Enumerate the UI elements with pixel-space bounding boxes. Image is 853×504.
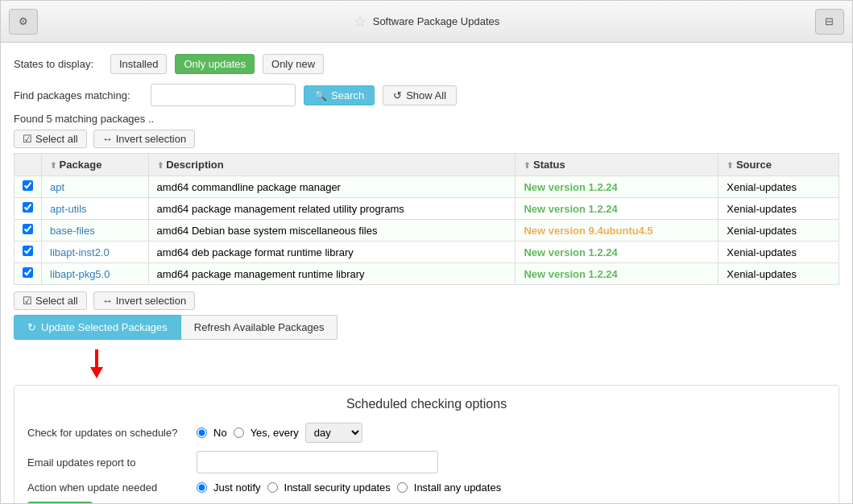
table-row: apt amd64 commandline package manager Ne… xyxy=(14,176,839,198)
col-package[interactable]: ⬆ Package xyxy=(42,154,149,176)
row-checkbox-cell xyxy=(14,242,42,263)
gear-button[interactable]: ⚙ xyxy=(9,9,38,35)
row-checkbox[interactable] xyxy=(23,246,33,256)
package-link[interactable]: apt xyxy=(50,181,64,193)
row-status: New version 1.2.24 xyxy=(516,242,718,263)
col-source[interactable]: ⬆ Source xyxy=(718,154,839,176)
package-link[interactable]: base-files xyxy=(50,225,95,237)
row-checkbox-cell xyxy=(14,263,42,285)
action-security-radio[interactable] xyxy=(267,482,278,493)
arrow-indicator xyxy=(14,349,839,378)
refresh-icon: ↻ xyxy=(27,321,36,333)
row-description: amd64 Debian base system miscellaneous f… xyxy=(148,220,516,242)
row-source: Xenial-updates xyxy=(718,176,839,198)
invert-icon-bottom: ↔ xyxy=(102,295,113,307)
row-status: New version 1.2.24 xyxy=(516,263,718,285)
row-source: Xenial-updates xyxy=(718,242,839,263)
action-notify-label: Just notify xyxy=(213,481,261,494)
action-any-label: Install any updates xyxy=(414,481,501,494)
package-link[interactable]: apt-utils xyxy=(50,203,87,215)
find-label: Find packages matching: xyxy=(14,89,143,101)
invert-icon-top: ↔ xyxy=(102,133,113,145)
reset-icon: ↺ xyxy=(393,89,402,101)
page-title: Software Package Updates xyxy=(373,15,500,27)
sort-icon-source: ⬆ xyxy=(727,161,733,170)
row-status: New version 1.2.24 xyxy=(516,198,718,220)
schedule-no-radio[interactable] xyxy=(197,428,207,438)
row-package: libapt-pkg5.0 xyxy=(42,263,149,285)
only-updates-button[interactable]: Only updates xyxy=(175,54,255,74)
invert-selection-button-bottom[interactable]: ↔ Invert selection xyxy=(93,291,195,310)
actions-row: ↻ Update Selected Packages Refresh Avail… xyxy=(14,315,839,340)
row-checkbox-cell xyxy=(14,176,42,198)
row-package: apt xyxy=(42,176,149,198)
check-schedule-label: Check for updates on schedule? xyxy=(27,427,188,439)
found-text: Found 5 matching packages .. xyxy=(14,113,839,125)
packages-table: ⬆ Package ⬆ Description ⬆ Status ⬆ Sourc… xyxy=(14,153,839,285)
save-button[interactable]: ✓ Save xyxy=(27,502,93,503)
scheduled-section: Scheduled checking options Check for upd… xyxy=(14,385,839,503)
sort-icon-description: ⬆ xyxy=(157,161,164,170)
row-checkbox-cell xyxy=(14,198,42,220)
sort-icon-status: ⬆ xyxy=(524,161,530,170)
filter-icon: ⊟ xyxy=(825,15,834,27)
action-security-label: Install security updates xyxy=(284,481,391,494)
select-all-button-bottom[interactable]: ☑ Select all xyxy=(14,291,87,310)
row-status: New version 1.2.24 xyxy=(516,176,718,198)
row-package: base-files xyxy=(42,220,149,242)
email-label: Email updates report to xyxy=(27,456,188,469)
installed-button[interactable]: Installed xyxy=(110,54,167,74)
states-label: States to display: xyxy=(14,58,102,70)
email-input[interactable] xyxy=(197,451,438,473)
schedule-no-label: No xyxy=(213,427,227,439)
row-description: amd64 commandline package manager xyxy=(148,176,516,198)
star-icon[interactable]: ☆ xyxy=(354,13,366,31)
scheduled-title: Scheduled checking options xyxy=(27,397,826,411)
filter-button[interactable]: ⊟ xyxy=(815,9,844,35)
checkbox-icon-bottom: ☑ xyxy=(23,295,32,307)
row-status: New version 9.4ubuntu4.5 xyxy=(516,220,718,242)
refresh-packages-button[interactable]: Refresh Available Packages xyxy=(181,315,338,340)
checkbox-icon-top: ☑ xyxy=(23,133,32,145)
row-checkbox[interactable] xyxy=(23,224,33,234)
row-description: amd64 package management runtime library xyxy=(148,263,516,285)
select-all-button-top[interactable]: ☑ Select all xyxy=(14,130,87,148)
schedule-yes-radio[interactable] xyxy=(234,428,244,438)
package-link[interactable]: libapt-inst2.0 xyxy=(50,246,110,258)
update-selected-button[interactable]: ↻ Update Selected Packages xyxy=(14,315,181,340)
schedule-interval-select[interactable]: day week month xyxy=(305,423,362,443)
row-checkbox[interactable] xyxy=(23,202,33,213)
col-checkbox xyxy=(14,154,42,176)
search-button[interactable]: 🔍 Search xyxy=(304,85,375,105)
action-any-radio[interactable] xyxy=(397,482,408,493)
row-source: Xenial-updates xyxy=(718,220,839,242)
invert-selection-button-top[interactable]: ↔ Invert selection xyxy=(93,130,195,148)
row-description: amd64 deb package format runtime library xyxy=(148,242,516,263)
col-description[interactable]: ⬆ Description xyxy=(148,154,516,176)
table-row: libapt-inst2.0 amd64 deb package format … xyxy=(14,242,839,263)
row-package: libapt-inst2.0 xyxy=(42,242,149,263)
only-new-button[interactable]: Only new xyxy=(263,54,324,74)
row-package: apt-utils xyxy=(42,198,149,220)
action-radio-group: Just notify Install security updates Ins… xyxy=(197,481,501,494)
show-all-button[interactable]: ↺ Show All xyxy=(383,85,457,105)
sort-icon-package: ⬆ xyxy=(50,161,56,170)
row-checkbox-cell xyxy=(14,220,42,242)
search-input[interactable] xyxy=(151,84,296,106)
table-row: base-files amd64 Debian base system misc… xyxy=(14,220,839,242)
action-notify-radio[interactable] xyxy=(197,482,207,493)
row-description: amd64 package management related utility… xyxy=(148,198,516,220)
col-status[interactable]: ⬆ Status xyxy=(516,154,718,176)
row-source: Xenial-updates xyxy=(718,263,839,285)
search-icon: 🔍 xyxy=(314,89,327,101)
table-row: apt-utils amd64 package management relat… xyxy=(14,198,839,220)
table-row: libapt-pkg5.0 amd64 package management r… xyxy=(14,263,839,285)
package-link[interactable]: libapt-pkg5.0 xyxy=(50,268,110,280)
row-source: Xenial-updates xyxy=(718,198,839,220)
row-checkbox[interactable] xyxy=(23,180,33,191)
row-checkbox[interactable] xyxy=(23,267,33,278)
gear-icon: ⚙ xyxy=(19,15,28,27)
action-label: Action when update needed xyxy=(27,481,188,494)
schedule-radio-group: No Yes, every day week month xyxy=(197,423,362,443)
schedule-yes-label: Yes, every xyxy=(251,427,299,439)
